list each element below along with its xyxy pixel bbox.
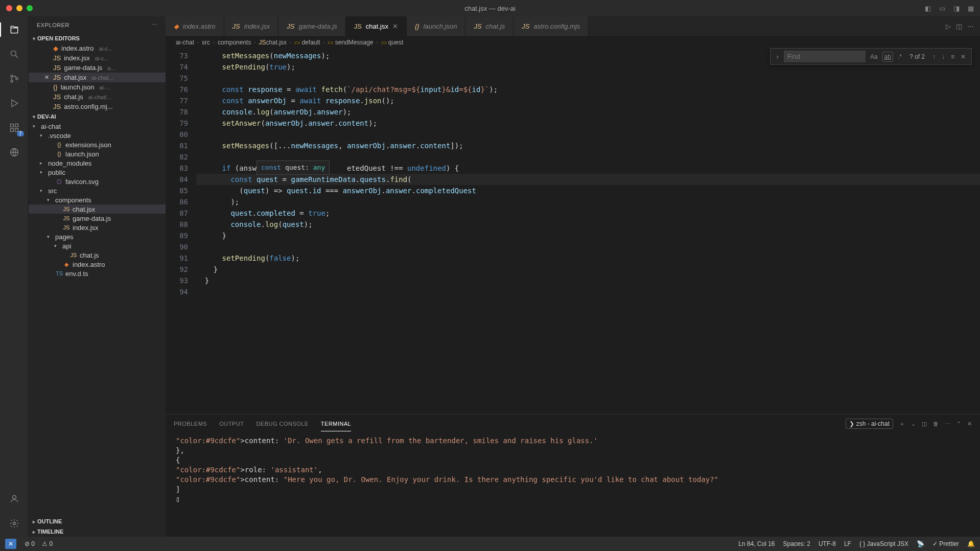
code-line[interactable]: const response = await fetch(`/api/chat?… (196, 84, 980, 95)
panel-tab-output[interactable]: OUTPUT (219, 417, 244, 431)
search-activity[interactable] (7, 47, 21, 61)
tree-file[interactable]: ◆ index.astro (29, 260, 166, 269)
tree-folder[interactable]: ▾ .vscode (29, 131, 166, 140)
tree-file[interactable]: {} launch.json (29, 149, 166, 158)
panel-tab-problems[interactable]: PROBLEMS (174, 417, 207, 431)
terminal-body[interactable]: "color:#9cdcfe">content: 'Dr. Owen gets … (166, 433, 980, 537)
panel-close-icon[interactable]: ✕ (967, 421, 972, 427)
maximize-window[interactable] (27, 5, 33, 11)
status-language[interactable]: { } JavaScript JSX (859, 540, 908, 547)
tree-file[interactable]: TS env.d.ts (29, 269, 166, 278)
close-editor-icon[interactable]: ✕ (43, 74, 50, 81)
status-eol[interactable]: LF (844, 540, 851, 547)
code-line[interactable]: setMessages([...newMessages, answerObj.a… (196, 140, 980, 151)
tree-folder[interactable]: ▾ components (29, 195, 166, 204)
breadcrumb-item[interactable]: JSchat.jsx (259, 39, 287, 46)
code-line[interactable]: } (196, 230, 980, 241)
tree-file[interactable]: JS chat.js (29, 250, 166, 260)
code-line[interactable] (196, 129, 980, 140)
open-editors-section[interactable]: ▾ OPEN EDITORS (29, 33, 166, 43)
explorer-more-icon[interactable]: ⋯ (152, 21, 158, 28)
code-line[interactable]: } (196, 275, 980, 286)
status-encoding[interactable]: UTF-8 (819, 540, 836, 547)
breadcrumb-item[interactable]: ▭ sendMessage (328, 39, 373, 46)
regex-icon[interactable]: .* (896, 52, 903, 61)
run-icon[interactable]: ▷ (946, 22, 951, 30)
tree-folder[interactable]: ▾ api (29, 241, 166, 250)
accounts-activity[interactable] (7, 492, 21, 506)
code-line[interactable]: quest.completed = true; (196, 208, 980, 219)
code-line[interactable] (196, 286, 980, 297)
open-editor-item[interactable]: ✕ JS chat.jsx ai-chat... (29, 73, 166, 82)
editor-tab[interactable]: {} launch.json (407, 16, 465, 36)
editor-tab[interactable]: JS chat.js (465, 16, 514, 36)
editor-tab[interactable]: JS game-data.js (278, 16, 345, 36)
open-editor-item[interactable]: {} launch.json ai-... (29, 82, 166, 92)
find-prev-icon[interactable]: ↑ (931, 52, 937, 61)
editor[interactable]: › Aa ab .* ? of 2 ↑ ↓ ≡ ✕ 73747576777879… (166, 48, 980, 414)
open-editor-item[interactable]: JS index.jsx ai-c... (29, 53, 166, 63)
editor-tab[interactable]: JS index.jsx (224, 16, 279, 36)
find-expand-icon[interactable]: › (775, 53, 781, 60)
project-section[interactable]: ▾ DEV-AI (29, 111, 166, 122)
panel-tab-debug[interactable]: DEBUG CONSOLE (256, 417, 308, 431)
tab-more-icon[interactable]: ⋯ (967, 22, 974, 30)
tree-file[interactable]: JS index.jsx (29, 223, 166, 232)
status-cursor[interactable]: Ln 84, Col 16 (738, 540, 775, 547)
tree-folder[interactable]: ▾ pages (29, 232, 166, 241)
open-editor-item[interactable]: JS chat.js ai-chat/... (29, 92, 166, 102)
code-line[interactable] (196, 241, 980, 252)
tree-file[interactable]: {} extensions.json (29, 140, 166, 149)
status-notifications-icon[interactable]: 🔔 (967, 540, 975, 547)
tree-folder[interactable]: ▾ ai-chat (29, 122, 166, 131)
extensions-activity[interactable]: 7 (7, 121, 21, 135)
settings-activity[interactable] (7, 516, 21, 531)
source-control-activity[interactable] (7, 72, 21, 86)
run-debug-activity[interactable] (7, 96, 21, 110)
tree-file[interactable]: JS chat.jsx (29, 204, 166, 214)
find-next-icon[interactable]: ↓ (940, 52, 946, 61)
tree-folder[interactable]: ▾ src (29, 186, 166, 195)
code-line[interactable]: ); (196, 196, 980, 208)
editor-tab[interactable]: JS astro.config.mjs (514, 16, 589, 36)
editor-tab[interactable]: JS chat.jsx ✕ (346, 16, 407, 36)
explorer-activity[interactable] (7, 22, 21, 37)
status-warnings[interactable]: ⚠ 0 (42, 540, 53, 547)
open-editor-item[interactable]: ◆ index.astro ai-c... (29, 43, 166, 53)
code-line[interactable]: console.log(quest); (196, 219, 980, 230)
find-selection-icon[interactable]: ≡ (949, 52, 956, 61)
tree-file[interactable]: ⬡ favicon.svg (29, 177, 166, 186)
browser-activity[interactable] (7, 145, 21, 159)
split-editor-icon[interactable]: ◫ (956, 22, 962, 30)
find-input[interactable] (784, 51, 866, 62)
tab-close-icon[interactable]: ✕ (392, 22, 398, 30)
status-spaces[interactable]: Spaces: 2 (783, 540, 810, 547)
code-line[interactable]: } (196, 264, 980, 275)
toggle-panel-icon[interactable]: ▭ (939, 5, 945, 12)
open-editor-item[interactable]: JS game-data.js a... (29, 63, 166, 73)
status-feedback-icon[interactable]: 📡 (917, 540, 924, 547)
split-terminal-icon[interactable]: ◫ (922, 421, 927, 427)
close-window[interactable] (6, 5, 12, 11)
code-line[interactable] (196, 73, 980, 84)
status-prettier[interactable]: ✓ Prettier (932, 540, 959, 547)
panel-tab-terminal[interactable]: TERMINAL (321, 417, 352, 431)
open-editor-item[interactable]: JS astro.config.mj... (29, 102, 166, 111)
code-line[interactable]: setPending(false); (196, 252, 980, 264)
terminal-dropdown-icon[interactable]: ⌄ (911, 421, 916, 427)
timeline-section[interactable]: ▸ TIMELINE (29, 526, 166, 537)
new-terminal-icon[interactable]: ＋ (899, 420, 905, 428)
kill-terminal-icon[interactable]: 🗑 (933, 421, 939, 427)
editor-tab[interactable]: ◆ index.astro (166, 16, 224, 36)
outline-section[interactable]: ▸ OUTLINE (29, 516, 166, 526)
customize-layout-icon[interactable]: ▦ (968, 5, 974, 12)
match-case-icon[interactable]: Aa (869, 52, 879, 61)
breadcrumb-item[interactable]: components (218, 39, 251, 46)
toggle-secondary-sidebar-icon[interactable]: ◨ (953, 5, 960, 12)
minimize-window[interactable] (16, 5, 22, 11)
tree-folder[interactable]: ▸ node_modules (29, 158, 166, 168)
code-area[interactable]: setMessages(newMessages); setPending(tru… (196, 48, 980, 414)
code-line[interactable]: const quest = gameRuntimeData.quests.fin… (196, 174, 980, 185)
breadcrumb-item[interactable]: src (202, 39, 210, 46)
remote-indicator[interactable]: ✕ (5, 539, 16, 549)
